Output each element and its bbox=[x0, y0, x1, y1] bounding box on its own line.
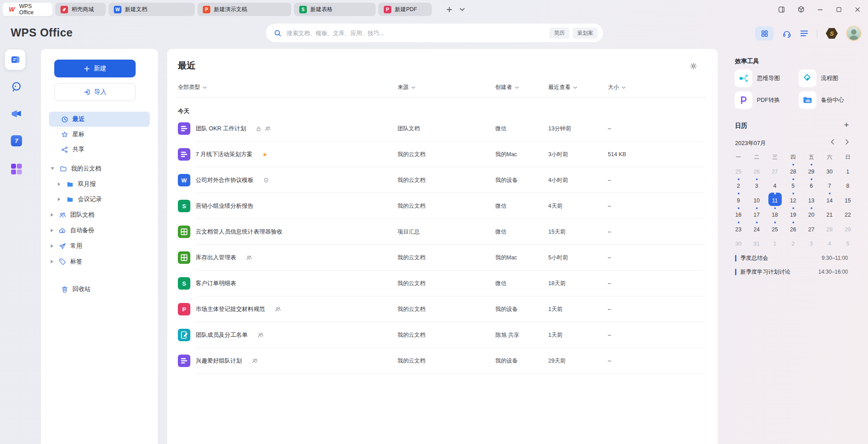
calendar-day[interactable]: 16 bbox=[732, 207, 745, 221]
file-row[interactable]: 兴趣爱好组队计划我的云文档我的设备29天前– bbox=[178, 348, 707, 374]
calendar-day[interactable]: 30 bbox=[823, 164, 836, 177]
calendar-day[interactable]: 12 bbox=[787, 193, 800, 206]
calendar-day[interactable]: 15 bbox=[841, 193, 855, 206]
sidebar-item-team-docs[interactable]: 团队文档 bbox=[49, 207, 150, 222]
file-row[interactable]: W公司对外合作协议模板我的云文档我的设备4小时前– bbox=[178, 167, 707, 193]
calendar-day[interactable]: 4 bbox=[768, 178, 782, 192]
chevron-down-icon[interactable] bbox=[51, 167, 54, 170]
file-row[interactable]: 团队成员及分工名单我的云文档陈旭 共享1天前– bbox=[178, 322, 707, 348]
calendar-day[interactable]: 19 bbox=[787, 207, 800, 221]
calendar-day[interactable]: 3 bbox=[750, 178, 764, 192]
calendar-day[interactable]: 9 bbox=[732, 193, 745, 206]
sidebar-item-frequently-used[interactable]: 常用 bbox=[49, 238, 150, 254]
file-row[interactable]: P市场主体登记提交材料规范我的云文档我的设备1天前– bbox=[178, 296, 707, 322]
dock-icon[interactable] bbox=[778, 6, 785, 13]
calendar-day[interactable]: 25 bbox=[732, 164, 745, 177]
calendar-day[interactable]: 5 bbox=[841, 236, 855, 250]
sidebar-item-shared[interactable]: 共享 bbox=[49, 142, 150, 157]
file-row[interactable]: S客户订单明细表我的云文档微信18天前– bbox=[178, 270, 707, 296]
rail-item-meeting video-camera-icon[interactable] bbox=[11, 108, 23, 120]
chevron-right-icon[interactable] bbox=[51, 260, 53, 263]
tool-mindmap[interactable]: 思维导图 bbox=[735, 69, 780, 87]
avatar[interactable] bbox=[846, 26, 861, 41]
calendar-day[interactable]: 26 bbox=[787, 222, 800, 235]
tab-new-document[interactable]: W 新建文档 bbox=[108, 3, 195, 16]
chevron-right-icon[interactable] bbox=[51, 229, 53, 232]
calendar-day[interactable]: 27 bbox=[805, 222, 818, 235]
calendar-day[interactable]: 14 bbox=[823, 193, 836, 206]
filter-size[interactable]: 大小 bbox=[608, 84, 707, 91]
svip-badge-icon[interactable]: S bbox=[826, 28, 838, 39]
search-tag-resume[interactable]: 简历 bbox=[550, 28, 569, 39]
tool-backup-center[interactable]: 备份中心 bbox=[799, 91, 844, 109]
filter-type[interactable]: 全部类型 bbox=[178, 84, 398, 91]
maximize-icon[interactable] bbox=[836, 6, 842, 13]
calendar-day[interactable]: 20 bbox=[805, 207, 818, 221]
calendar-day[interactable]: 18 bbox=[768, 207, 782, 221]
rail-item-apps app-blocks-icon[interactable] bbox=[11, 164, 22, 174]
sidebar-item-my-cloud-docs[interactable]: 我的云文档 bbox=[49, 161, 150, 176]
calendar-day[interactable]: 27 bbox=[768, 164, 782, 177]
chevron-left-icon[interactable] bbox=[831, 139, 834, 145]
calendar-day[interactable]: 29 bbox=[805, 164, 818, 177]
calendar-day[interactable]: 6 bbox=[805, 178, 818, 192]
calendar-day[interactable]: 5 bbox=[787, 178, 800, 192]
calendar-day[interactable]: 29 bbox=[841, 222, 855, 235]
calendar-day[interactable]: 21 bbox=[823, 207, 836, 221]
sidebar-item-auto-backup[interactable]: 自动备份 bbox=[49, 223, 150, 238]
calendar-day[interactable]: 24 bbox=[750, 222, 764, 235]
calendar-add-plus-icon[interactable]: + bbox=[844, 121, 849, 129]
calendar-day[interactable]: 28 bbox=[787, 164, 800, 177]
filter-source[interactable]: 来源 bbox=[398, 84, 495, 91]
chevron-right-icon[interactable] bbox=[51, 213, 53, 217]
calendar-day[interactable]: 25 bbox=[768, 222, 782, 235]
sidebar-item-recent[interactable]: 最近 bbox=[49, 112, 150, 127]
apps-grid-icon[interactable] bbox=[755, 26, 774, 40]
calendar-day[interactable]: 22 bbox=[841, 207, 855, 221]
calendar-day[interactable]: 28 bbox=[823, 222, 836, 235]
calendar-event[interactable]: 季度总结会 9:30–11:00 bbox=[735, 252, 848, 264]
calendar-day[interactable]: 31 bbox=[750, 236, 764, 250]
file-row[interactable]: S营销小组业绩分析报告我的云文档微信4天前– bbox=[178, 193, 707, 219]
calendar-day[interactable]: 4 bbox=[823, 236, 836, 250]
calendar-day-selected[interactable]: 11 bbox=[768, 193, 782, 206]
search-bar[interactable]: 简历 策划案 bbox=[266, 24, 603, 42]
import-button[interactable]: 导入 bbox=[54, 83, 136, 101]
filter-viewed[interactable]: 最近查看 bbox=[548, 84, 608, 91]
calendar-day[interactable]: 23 bbox=[732, 222, 745, 235]
tab-wps-office[interactable]: W WPS Office bbox=[3, 3, 52, 16]
tool-flowchart[interactable]: 流程图 bbox=[799, 69, 838, 87]
chevron-right-icon[interactable] bbox=[58, 198, 60, 201]
calendar-event[interactable]: 新季度学习计划讨论 14:30–16:00 bbox=[735, 266, 848, 278]
rail-item-docs[interactable] bbox=[5, 49, 25, 70]
headset-icon[interactable] bbox=[782, 29, 792, 38]
gear-icon[interactable] bbox=[690, 62, 697, 70]
calendar-day[interactable]: 1 bbox=[841, 164, 855, 177]
rail-item-chat[interactable] bbox=[11, 81, 22, 93]
filter-creator[interactable]: 创建者 bbox=[495, 84, 548, 91]
calendar-day[interactable]: 2 bbox=[787, 236, 800, 250]
file-row[interactable]: 7 月线下活动策划方案★我的云文档我的Mac3小时前514 KB bbox=[178, 141, 707, 167]
calendar-day[interactable]: 8 bbox=[841, 178, 855, 192]
close-icon[interactable] bbox=[854, 6, 861, 13]
sidebar-item-bimonthly-report[interactable]: 双月报 bbox=[49, 177, 150, 192]
new-button[interactable]: 新建 bbox=[54, 60, 136, 77]
minimize-icon[interactable] bbox=[817, 6, 824, 13]
tab-docer-mall[interactable]: 稻壳商城 bbox=[55, 3, 106, 16]
calendar-day[interactable]: 13 bbox=[805, 193, 818, 206]
tab-new-presentation[interactable]: P 新建演示文稿 bbox=[197, 3, 291, 16]
tab-new-pdf[interactable]: P 新建PDF bbox=[378, 3, 432, 16]
menu-icon[interactable] bbox=[800, 30, 808, 37]
tool-pdf-convert[interactable]: PDF转换 bbox=[735, 91, 780, 109]
chevron-right-icon[interactable] bbox=[58, 182, 60, 186]
file-row[interactable]: 团队 OKR 工作计划团队文档微信13分钟前– bbox=[178, 116, 707, 141]
sidebar-item-meeting-notes[interactable]: 会议记录 bbox=[49, 192, 150, 207]
calendar-day[interactable]: 26 bbox=[750, 164, 764, 177]
tab-new-spreadsheet[interactable]: S 新建表格 bbox=[294, 3, 376, 16]
calendar-day[interactable]: 10 bbox=[750, 193, 764, 206]
file-row[interactable]: 云文档管人员信息统计表理器验收项目汇总微信15天前– bbox=[178, 219, 707, 245]
sidebar-item-trash[interactable]: 回收站 bbox=[49, 282, 150, 297]
search-tag-plan[interactable]: 策划案 bbox=[573, 28, 598, 39]
new-tab-button[interactable] bbox=[446, 6, 453, 13]
search-input[interactable] bbox=[286, 29, 546, 37]
